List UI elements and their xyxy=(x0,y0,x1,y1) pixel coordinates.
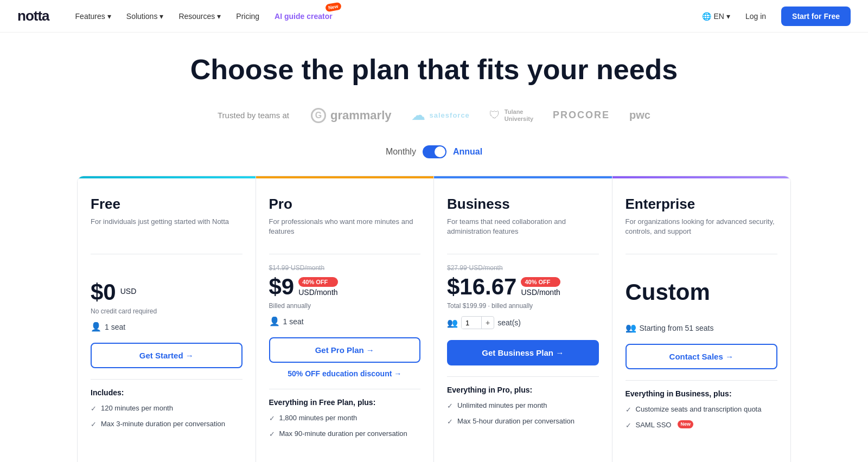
trusted-logos: G grammarly ☁ salesforce 🛡 TulaneUnivers… xyxy=(311,107,650,124)
free-seats-label: 1 seat xyxy=(105,323,125,331)
business-features-title: Everything in Pro, plus: xyxy=(447,386,599,394)
person-icon: 👤 xyxy=(269,316,280,326)
enterprise-seats: 👥 Starting from 51 seats xyxy=(626,323,778,333)
free-feature-2: ✓ Max 3-minute duration per conversation xyxy=(91,419,242,429)
nav-pricing[interactable]: Pricing xyxy=(229,8,266,25)
tulane-logo: 🛡 TulaneUniversity xyxy=(489,108,533,123)
enterprise-plan-desc: For organizations looking for advanced s… xyxy=(626,217,778,243)
login-button[interactable]: Log in xyxy=(739,8,773,25)
tulane-icon: 🛡 xyxy=(489,109,500,121)
chevron-down-icon: ▾ xyxy=(217,12,221,21)
free-price-note: No credit card required xyxy=(91,307,242,315)
check-icon: ✓ xyxy=(626,421,631,431)
pro-seats: 👤 1 seat xyxy=(269,316,421,326)
nav-solutions[interactable]: Solutions ▾ xyxy=(120,8,170,25)
nav-links: Features ▾ Solutions ▾ Resources ▾ Prici… xyxy=(69,8,703,25)
nav-right: 🌐 EN ▾ Log in Start for Free xyxy=(702,7,851,26)
language-selector[interactable]: 🌐 EN ▾ xyxy=(702,12,730,21)
nav-ai-guide[interactable]: AI guide creator New xyxy=(268,8,339,25)
pro-cta-button[interactable]: Get Pro Plan → xyxy=(269,337,421,363)
enterprise-plan-card: Enterprise For organizations looking for… xyxy=(612,176,791,462)
nav-features[interactable]: Features ▾ xyxy=(69,8,118,25)
pro-plan-desc: For professionals who want more minutes … xyxy=(269,217,421,243)
navbar: notta Features ▾ Solutions ▾ Resources ▾… xyxy=(0,0,868,33)
business-plan-card: Business For teams that need collaborati… xyxy=(434,176,612,462)
toggle-knob xyxy=(435,146,445,157)
free-plan-card: Free For individuals just getting starte… xyxy=(78,176,256,462)
free-plan-name: Free xyxy=(91,196,242,213)
business-feature-1: ✓ Unlimited minutes per month xyxy=(447,401,599,411)
salesforce-logo: ☁ salesforce xyxy=(411,107,470,124)
free-top-bar xyxy=(78,176,256,178)
free-feature-1: ✓ 120 minutes per month xyxy=(91,403,242,414)
grammarly-logo: G grammarly xyxy=(311,108,392,123)
billing-toggle: Monthly Annual xyxy=(77,145,791,158)
business-plan-desc: For teams that need collaboration and ad… xyxy=(447,217,599,243)
free-price-row: $0 USD xyxy=(91,279,242,305)
business-price-note: Total $199.99 · billed annually xyxy=(447,302,599,310)
enterprise-price-row: Custom xyxy=(626,279,778,305)
free-features-title: Includes: xyxy=(91,388,242,397)
enterprise-cta-button[interactable]: Contact Sales → xyxy=(626,344,778,369)
globe-icon: 🌐 xyxy=(702,12,711,21)
pro-price-unit: USD/month xyxy=(298,288,337,297)
free-price-amount: $0 xyxy=(91,279,116,305)
monthly-label: Monthly xyxy=(386,147,416,157)
procore-logo: PROCORE xyxy=(553,110,610,121)
business-price-row: $16.67 40% OFF USD/month xyxy=(447,274,599,300)
check-icon: ✓ xyxy=(91,420,97,429)
seats-input[interactable] xyxy=(462,317,481,329)
free-cta-button[interactable]: Get Started → xyxy=(91,343,242,368)
pro-features-title: Everything in Free Plan, plus: xyxy=(269,398,421,407)
check-icon: ✓ xyxy=(626,405,631,415)
page-title: Choose the plan that fits your needs xyxy=(77,54,791,85)
business-discount-badge: 40% OFF xyxy=(521,277,560,287)
pro-original-price: $14.99 USD/month xyxy=(269,263,421,272)
nav-resources[interactable]: Resources ▾ xyxy=(172,8,227,25)
enterprise-plan-name: Enterprise xyxy=(626,196,778,213)
start-free-button[interactable]: Start for Free xyxy=(781,7,851,26)
pwc-logo: pwc xyxy=(629,109,650,121)
chevron-down-icon: ▾ xyxy=(159,12,163,21)
business-plan-name: Business xyxy=(447,196,599,213)
business-price-amount: $16.67 xyxy=(447,274,516,300)
check-icon: ✓ xyxy=(91,404,97,414)
enterprise-features-title: Everything in Business, plus: xyxy=(626,389,778,398)
salesforce-icon: ☁ xyxy=(411,107,425,124)
trusted-label: Trusted by teams at xyxy=(218,111,289,120)
business-seats: 👥 + seat(s) xyxy=(447,316,599,329)
sso-new-badge: New xyxy=(678,420,693,428)
business-feature-2: ✓ Max 5-hour duration per conversation xyxy=(447,416,599,427)
enterprise-seats-label: Starting from 51 seats xyxy=(640,324,714,332)
grammarly-icon: G xyxy=(311,108,326,123)
check-icon: ✓ xyxy=(269,429,275,439)
enterprise-top-bar xyxy=(612,176,791,178)
business-top-bar xyxy=(434,176,612,178)
pro-price-row: $9 40% OFF USD/month xyxy=(269,274,421,300)
business-cta-button[interactable]: Get Business Plan → xyxy=(447,340,599,365)
enterprise-feature-1: ✓ Customize seats and transcription quot… xyxy=(626,405,778,415)
pro-price-note: Billed annually xyxy=(269,302,421,310)
people-icon: 👥 xyxy=(626,323,636,333)
check-icon: ✓ xyxy=(269,414,275,424)
pro-plan-name: Pro xyxy=(269,196,421,213)
main-content: Choose the plan that fits your needs Tru… xyxy=(60,33,808,462)
pro-seats-label: 1 seat xyxy=(283,317,304,326)
pro-feature-1: ✓ 1,800 minutes per month xyxy=(269,413,421,424)
free-seats: 👤 1 seat xyxy=(91,322,242,332)
business-price-unit: USD/month xyxy=(521,288,560,297)
new-badge: New xyxy=(325,2,342,12)
enterprise-feature-2: ✓ SAML SSO New xyxy=(626,420,778,431)
check-icon: ✓ xyxy=(447,417,453,427)
person-icon: 👤 xyxy=(91,322,101,332)
pro-price-amount: $9 xyxy=(269,274,295,300)
enterprise-price-amount: Custom xyxy=(626,279,710,305)
seats-counter[interactable]: + xyxy=(461,316,494,329)
edu-discount-link[interactable]: 50% OFF education discount → xyxy=(269,369,421,378)
free-plan-desc: For individuals just getting started wit… xyxy=(91,217,242,243)
logo[interactable]: notta xyxy=(17,8,49,24)
seats-increment-button[interactable]: + xyxy=(481,317,494,329)
billing-switch[interactable] xyxy=(423,145,446,158)
annual-label: Annual xyxy=(453,147,482,157)
pro-plan-card: Pro For professionals who want more minu… xyxy=(256,176,435,462)
